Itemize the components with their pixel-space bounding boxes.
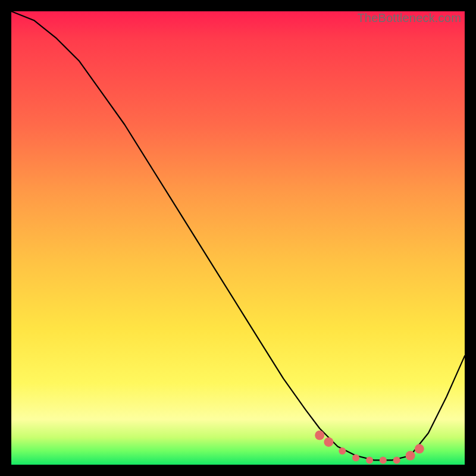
marker-dot xyxy=(352,455,359,462)
marker-dot xyxy=(366,456,373,464)
marker-dot xyxy=(339,447,346,455)
marker-dot xyxy=(406,451,415,461)
bottleneck-curve xyxy=(11,11,465,460)
marker-dot xyxy=(393,456,400,464)
curve-svg xyxy=(11,11,465,465)
marker-dot xyxy=(380,456,387,464)
chart-frame: TheBottleneck.com xyxy=(0,0,476,476)
marker-dot xyxy=(324,437,333,447)
marker-group xyxy=(315,431,424,464)
marker-dot xyxy=(315,431,324,440)
plot-area: TheBottleneck.com xyxy=(11,11,465,465)
marker-dot xyxy=(415,444,424,453)
